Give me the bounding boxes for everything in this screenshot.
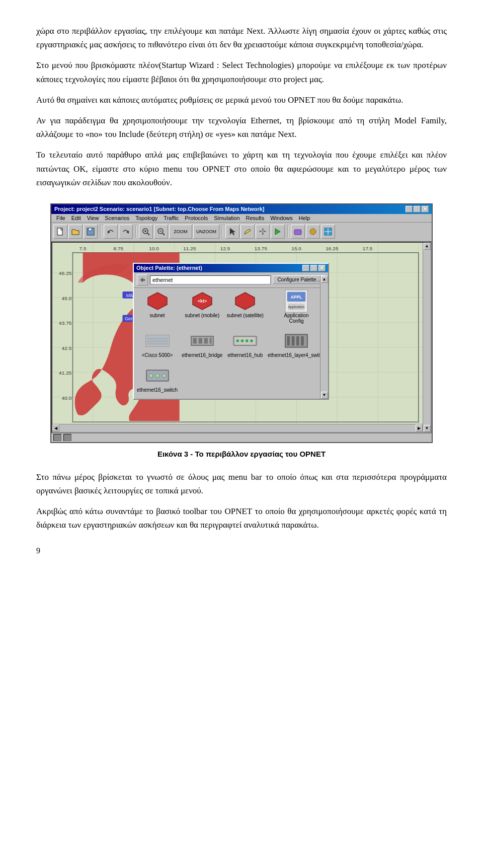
- statusbar: [51, 433, 432, 442]
- tb-extra2[interactable]: [306, 225, 320, 239]
- svg-text:41.25: 41.25: [59, 370, 72, 376]
- map-scroll-left[interactable]: ◀: [52, 424, 59, 431]
- paragraph-1: χώρα στο περιβάλλον εργασίας, την επιλέγ…: [36, 24, 447, 51]
- tb-unzoom[interactable]: UNZOOM: [193, 225, 219, 239]
- palette-scrollbar[interactable]: ▲ ▼: [320, 276, 328, 399]
- cisco-icon: [145, 331, 170, 351]
- svg-point-94: [155, 374, 159, 377]
- svg-marker-14: [259, 231, 262, 232]
- palette-item-label-subnet-satellite: subnet (satellite): [227, 313, 264, 318]
- minimize-button[interactable]: _: [406, 206, 413, 212]
- tb-annotate[interactable]: [240, 225, 255, 239]
- tb-extra1[interactable]: [291, 225, 305, 239]
- window-controls[interactable]: _ □ ✕: [406, 206, 429, 212]
- svg-text:7.5: 7.5: [79, 246, 87, 251]
- menu-protocols[interactable]: Protocols: [182, 214, 211, 222]
- map-vscroll[interactable]: ▲ ▼: [423, 243, 431, 432]
- svg-marker-62: [235, 293, 255, 310]
- svg-rect-69: [146, 336, 168, 346]
- svg-rect-78: [210, 338, 212, 344]
- tb-new[interactable]: [53, 225, 67, 239]
- menu-topology[interactable]: Topology: [132, 214, 160, 222]
- svg-line-6: [147, 233, 149, 235]
- map-scroll-right[interactable]: ▶: [416, 424, 423, 431]
- page-number: 9: [36, 546, 40, 555]
- figure-window: Project: project2 Scenario: scenario1 [S…: [50, 203, 433, 443]
- palette-item-label-subnet: subnet: [150, 313, 165, 318]
- palette-title: Object Palette: (ethernet): [136, 265, 202, 271]
- palette-back-btn[interactable]: [137, 274, 148, 285]
- svg-marker-12: [263, 228, 264, 231]
- tb-save[interactable]: [84, 225, 98, 239]
- palette-controls[interactable]: _ □ ✕: [302, 265, 326, 271]
- svg-marker-13: [263, 232, 264, 235]
- svg-rect-2: [89, 228, 92, 231]
- svg-text:11.25: 11.25: [183, 246, 196, 251]
- layer4-switch-icon: [284, 331, 308, 351]
- menu-windows[interactable]: Windows: [267, 214, 296, 222]
- palette-scroll-down[interactable]: ▼: [321, 392, 328, 399]
- svg-marker-59: [148, 293, 167, 310]
- maximize-button[interactable]: □: [414, 206, 421, 212]
- text-block-2: Στο πάνω μέρος βρίσκεται το γνωστό σε όλ…: [36, 470, 447, 532]
- figure-caption: Εικόνα 3 - Το περιβάλλον εργασίας του OP…: [36, 450, 447, 458]
- palette-item-label-bridge: ethernet16_bridge: [182, 352, 222, 358]
- hub-icon: [233, 331, 257, 351]
- svg-rect-87: [287, 336, 290, 345]
- svg-rect-17: [294, 230, 301, 235]
- palette-maximize[interactable]: □: [310, 265, 317, 271]
- paragraph-3: Αυτό θα σημαίνει και κάποιες αυτόματες ρ…: [36, 93, 447, 107]
- menu-scenarios[interactable]: Scenarios: [102, 214, 132, 222]
- menu-simulation[interactable]: Simulation: [211, 214, 243, 222]
- svg-line-10: [163, 233, 165, 235]
- menu-view[interactable]: View: [84, 214, 102, 222]
- menu-file[interactable]: File: [53, 214, 68, 222]
- palette-item-switch: ethernet16_switch: [137, 366, 178, 396]
- svg-text:17.5: 17.5: [363, 246, 373, 251]
- subnet-mobile-icon: <kt>: [190, 291, 214, 311]
- svg-text:15.0: 15.0: [291, 246, 301, 251]
- tb-pan[interactable]: [256, 225, 270, 239]
- close-button[interactable]: ✕: [422, 206, 429, 212]
- palette-dropdown[interactable]: [150, 275, 271, 284]
- palette-dialog: Object Palette: (ethernet) _ □ ✕ Configu…: [133, 263, 329, 400]
- tb-undo[interactable]: [104, 225, 118, 239]
- palette-minimize[interactable]: _: [302, 265, 309, 271]
- tb-extra3[interactable]: [321, 225, 335, 239]
- map-scroll-down[interactable]: ▼: [424, 425, 431, 432]
- map-hscroll[interactable]: ◀ ▶: [52, 424, 423, 432]
- palette-scroll-up[interactable]: ▲: [321, 276, 328, 283]
- menu-help[interactable]: Help: [296, 214, 313, 222]
- bridge-icon: [190, 331, 214, 351]
- tb-open[interactable]: [68, 225, 83, 239]
- tb-zoom-out[interactable]: [154, 225, 168, 239]
- menu-results[interactable]: Results: [243, 214, 268, 222]
- menu-traffic[interactable]: Traffic: [160, 214, 182, 222]
- tb-redo[interactable]: [119, 225, 133, 239]
- svg-text:10.0: 10.0: [149, 246, 159, 251]
- palette-item-bridge: ethernet16_bridge: [182, 331, 222, 361]
- paragraph-5: Το τελευταίο αυτό παράθυρο απλά μας επιβ…: [36, 148, 447, 189]
- map-scroll-up[interactable]: ▲: [424, 243, 431, 250]
- page: χώρα στο περιβάλλον εργασίας, την επιλέγ…: [0, 0, 483, 569]
- palette-configure-btn[interactable]: Configure Palette...: [273, 275, 325, 284]
- svg-text:46.25: 46.25: [59, 270, 72, 276]
- tb-sep-2: [135, 226, 136, 238]
- palette-item-subnet-satellite: subnet (satellite): [226, 291, 264, 327]
- window-menubar: File Edit View Scenarios Topology Traffi…: [51, 214, 432, 223]
- palette-item-layer4-switch: ethernet16_layer4_switch: [268, 331, 325, 361]
- tb-run[interactable]: [271, 225, 285, 239]
- svg-point-84: [250, 339, 253, 342]
- tb-zoom-in[interactable]: [139, 225, 153, 239]
- palette-content: subnet <kt> subnet (mobile): [134, 288, 328, 399]
- switch-icon: [145, 366, 170, 386]
- tb-select[interactable]: [225, 225, 239, 239]
- svg-text:Application: Application: [288, 305, 305, 309]
- palette-close[interactable]: ✕: [318, 265, 326, 271]
- menu-edit[interactable]: Edit: [68, 214, 84, 222]
- map-area[interactable]: 7.5 8.75 10.0 11.25 12.5 13.75 15.0 16.2…: [51, 242, 432, 433]
- palette-toolbar: Configure Palette...: [134, 272, 328, 288]
- svg-text:APPL: APPL: [291, 295, 302, 300]
- svg-marker-15: [263, 231, 266, 232]
- paragraph-4: Αν για παράδειγμα θα χρησιμοποιήσουμε τη…: [36, 114, 447, 141]
